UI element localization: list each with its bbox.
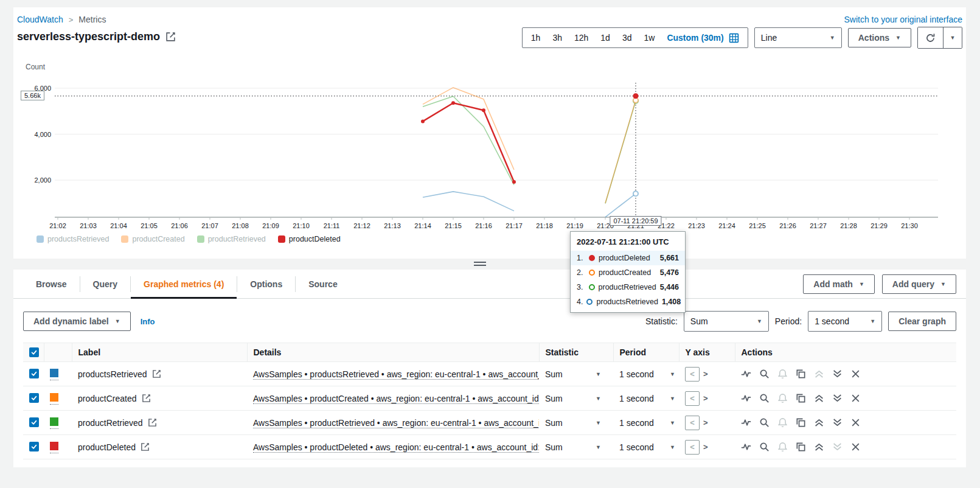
duplicate-action[interactable] xyxy=(796,393,806,403)
move-down-action[interactable] xyxy=(832,369,843,379)
row-checkbox[interactable] xyxy=(29,369,39,378)
edit-title-icon[interactable] xyxy=(165,32,176,42)
move-up-action[interactable] xyxy=(814,417,824,428)
legend-item-productsRetrieved[interactable]: productsRetrieved xyxy=(36,235,109,243)
legend-item-productRetrieved[interactable]: productRetrieved xyxy=(197,235,266,243)
search-action[interactable] xyxy=(759,369,770,379)
edit-label-button[interactable] xyxy=(148,418,157,427)
switch-interface-link[interactable]: Switch to your original interface xyxy=(844,15,962,24)
row-statistic-select[interactable]: Sum▼ xyxy=(545,394,601,403)
row-period-select[interactable]: 1 second▼ xyxy=(619,369,675,379)
tooltip-row-productDeleted: 1.productDeleted5,661 xyxy=(571,251,685,265)
y-axis-right-button[interactable]: > xyxy=(703,442,708,451)
remove-action[interactable] xyxy=(850,393,861,403)
period-select[interactable]: 1 second▼ xyxy=(808,311,882,332)
remove-action[interactable] xyxy=(850,442,861,452)
y-axis-right-button[interactable]: > xyxy=(703,369,708,378)
pulse-action[interactable] xyxy=(741,442,751,452)
y-axis-left-button[interactable]: < xyxy=(685,440,700,455)
add-dynamic-label-button[interactable]: Add dynamic label▼ xyxy=(23,312,131,331)
move-down-action[interactable] xyxy=(832,417,843,428)
time-range-3h[interactable]: 3h xyxy=(546,33,568,43)
metric-details[interactable]: AwsSamples • productsRetrieved • aws_reg… xyxy=(253,369,539,380)
remove-action[interactable] xyxy=(850,369,861,379)
row-period-select[interactable]: 1 second▼ xyxy=(619,418,675,428)
move-down-action[interactable] xyxy=(832,393,843,403)
duplicate-action[interactable] xyxy=(796,417,806,428)
actions-button[interactable]: Actions▼ xyxy=(848,28,911,47)
time-range-1d[interactable]: 1d xyxy=(594,33,616,43)
metrics-chart-svg[interactable]: 2,0004,0006,000Count21:0221:0321:0421:05… xyxy=(13,54,966,234)
edit-label-button[interactable] xyxy=(142,394,151,403)
edit-label-button[interactable] xyxy=(152,369,161,378)
calendar-icon[interactable] xyxy=(729,33,739,43)
row-checkbox[interactable] xyxy=(29,417,39,427)
pulse-action[interactable] xyxy=(741,393,751,403)
row-statistic-select[interactable]: Sum▼ xyxy=(545,442,601,452)
remove-action[interactable] xyxy=(850,417,861,428)
pulse-action[interactable] xyxy=(741,417,751,428)
search-action[interactable] xyxy=(759,393,770,403)
refresh-button[interactable] xyxy=(918,27,944,48)
column-header-actions[interactable]: Actions xyxy=(735,343,956,362)
tooltip-rank: 2. xyxy=(577,268,585,277)
search-action[interactable] xyxy=(759,442,770,452)
legend-item-productDeleted[interactable]: productDeleted xyxy=(278,235,341,243)
tab-browse[interactable]: Browse xyxy=(23,270,80,298)
column-header-y-axis[interactable]: Y axis xyxy=(679,343,735,362)
clear-graph-button[interactable]: Clear graph xyxy=(888,312,956,331)
tab-source[interactable]: Source xyxy=(296,270,350,298)
row-statistic-select[interactable]: Sum▼ xyxy=(545,418,601,428)
column-header-period[interactable]: Period xyxy=(613,343,679,362)
search-action[interactable] xyxy=(759,417,770,428)
metric-color-swatch[interactable] xyxy=(50,417,58,426)
add-query-button[interactable]: Add query▼ xyxy=(882,274,956,294)
row-period-select[interactable]: 1 second▼ xyxy=(619,442,675,452)
x-tick-label: 21:12 xyxy=(353,222,370,229)
time-range-12h[interactable]: 12h xyxy=(568,33,594,43)
column-header-label[interactable]: Label xyxy=(72,343,247,362)
edit-label-button[interactable] xyxy=(141,442,150,451)
row-statistic-select[interactable]: Sum▼ xyxy=(545,369,601,379)
metric-color-swatch[interactable] xyxy=(50,369,58,377)
y-axis-left-button[interactable]: < xyxy=(685,367,700,382)
legend-item-productCreated[interactable]: productCreated xyxy=(121,235,184,243)
y-axis-left-button[interactable]: < xyxy=(685,416,700,430)
chart-type-select[interactable]: Line▼ xyxy=(754,27,842,48)
select-all-checkbox[interactable] xyxy=(29,347,39,357)
info-link[interactable]: Info xyxy=(141,317,155,326)
row-period-select[interactable]: 1 second▼ xyxy=(619,394,675,403)
tab-graphed-metrics-4[interactable]: Graphed metrics (4) xyxy=(131,270,237,298)
add-math-button[interactable]: Add math▼ xyxy=(803,274,874,294)
time-range-1h[interactable]: 1h xyxy=(525,33,547,43)
move-up-action[interactable] xyxy=(814,393,824,403)
row-checkbox[interactable] xyxy=(29,393,39,403)
metric-details[interactable]: AwsSamples • productRetrieved • aws_regi… xyxy=(253,418,539,428)
legend-label: productDeleted xyxy=(289,235,341,243)
metric-details[interactable]: AwsSamples • productCreated • aws_region… xyxy=(253,394,539,404)
pulse-action[interactable] xyxy=(741,369,751,379)
refresh-options-button[interactable]: ▼ xyxy=(944,27,962,48)
row-checkbox[interactable] xyxy=(29,442,39,451)
column-header-statistic[interactable]: Statistic xyxy=(539,343,613,362)
time-range-1w[interactable]: 1w xyxy=(638,33,661,43)
y-axis-right-button[interactable]: > xyxy=(703,418,708,427)
tab-query[interactable]: Query xyxy=(80,270,130,298)
column-header-details[interactable]: Details xyxy=(247,343,539,362)
duplicate-action[interactable] xyxy=(796,442,806,452)
y-axis-right-button[interactable]: > xyxy=(703,394,708,403)
breadcrumb-cloudwatch-link[interactable]: CloudWatch xyxy=(17,15,63,24)
metric-color-swatch[interactable] xyxy=(50,442,58,450)
metric-color-swatch[interactable] xyxy=(50,393,58,402)
bell-action xyxy=(777,442,788,452)
panel-resize-handle[interactable] xyxy=(474,260,486,267)
y-axis-left-button[interactable]: < xyxy=(685,391,700,406)
statistic-select[interactable]: Sum▼ xyxy=(684,311,769,332)
duplicate-action[interactable] xyxy=(796,369,806,379)
metrics-chart[interactable]: 2,0004,0006,000Count21:0221:0321:0421:05… xyxy=(13,54,966,236)
time-range-custom[interactable]: Custom (30m) xyxy=(661,33,745,43)
time-range-3d[interactable]: 3d xyxy=(616,33,638,43)
tab-options[interactable]: Options xyxy=(237,270,295,298)
move-up-action[interactable] xyxy=(814,442,824,452)
metric-details[interactable]: AwsSamples • productDeleted • aws_region… xyxy=(253,442,539,453)
